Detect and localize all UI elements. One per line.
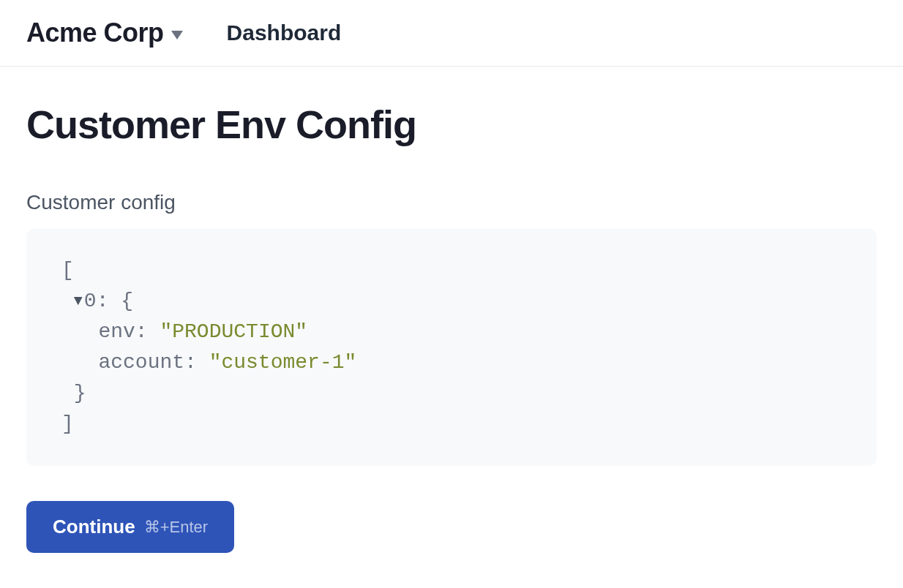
code-index: 0 — [84, 290, 97, 312]
code-close-brace: } — [74, 382, 86, 404]
org-selector[interactable]: Acme Corp — [26, 18, 183, 48]
chevron-down-icon — [171, 31, 183, 39]
app-header: Acme Corp Dashboard — [0, 0, 903, 67]
continue-shortcut: ⌘+Enter — [144, 518, 208, 537]
triangle-down-icon[interactable]: ▼ — [74, 290, 83, 312]
nav-dashboard[interactable]: Dashboard — [227, 20, 342, 45]
config-code-panel[interactable]: [ ▼0: { env: "PRODUCTION" account: "cust… — [26, 229, 877, 466]
continue-button[interactable]: Continue ⌘+Enter — [26, 501, 234, 553]
code-colon-account: : — [184, 351, 209, 374]
code-close-bracket: ] — [61, 412, 74, 435]
svg-marker-0 — [171, 31, 183, 39]
config-field-label: Customer config — [26, 191, 877, 214]
main-content: Customer Env Config Customer config [ ▼0… — [0, 67, 903, 588]
code-colon-env: : — [135, 320, 160, 343]
org-name: Acme Corp — [26, 18, 164, 48]
code-open-brace: { — [121, 290, 133, 312]
code-val-env: "PRODUCTION" — [160, 320, 307, 343]
page-title: Customer Env Config — [26, 102, 877, 147]
continue-label: Continue — [53, 516, 135, 538]
code-key-env: env — [98, 320, 135, 343]
code-colon-index: : — [97, 290, 121, 312]
code-open-bracket: [ — [61, 259, 74, 282]
code-val-account: "customer-1" — [209, 351, 357, 374]
code-key-account: account — [98, 351, 184, 374]
